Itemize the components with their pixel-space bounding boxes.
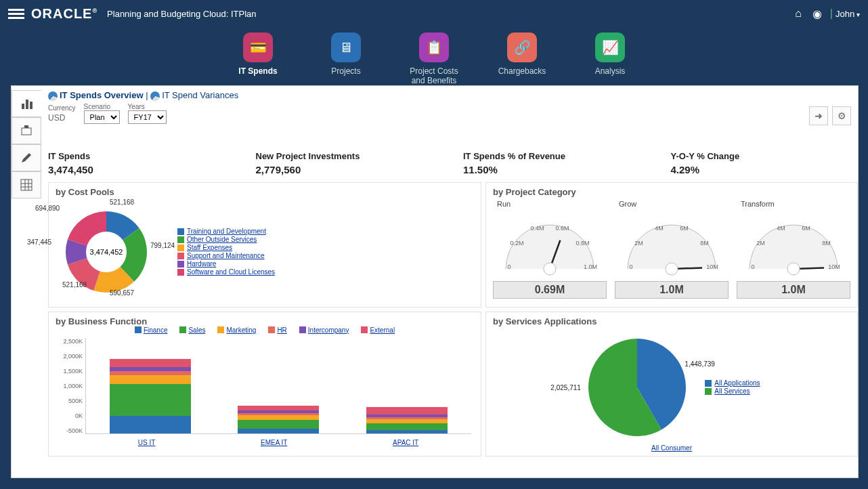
nav-tile[interactable]: 🖥Projects [316, 33, 376, 85]
svg-text:10M: 10M [706, 263, 718, 270]
gauge: Run 00.2M0.4M0.6M0.8M1.0M 0.69M [493, 200, 607, 299]
sidetab-grid[interactable] [12, 171, 41, 198]
scenario-select[interactable]: Plan [84, 110, 120, 124]
currency-value: USD [48, 112, 76, 124]
home-icon[interactable]: ⌂ [795, 7, 802, 20]
kpi: New Project Investments2,779,560 [256, 151, 437, 175]
kpi: Y-O-Y % Change4.29% [671, 151, 852, 175]
kpi: IT Spends % of Revenue11.50% [463, 151, 644, 175]
app-title: Planning and Budgeting Cloud: ITPlan [107, 9, 256, 19]
svg-text:10M: 10M [828, 263, 840, 270]
nav-tile[interactable]: 💳IT Spends [227, 33, 288, 85]
svg-point-34 [787, 263, 800, 275]
accessibility-icon[interactable]: ◉ [812, 7, 822, 20]
user-menu[interactable]: John [836, 9, 860, 19]
pie-chart [583, 333, 691, 442]
svg-text:6M: 6M [680, 224, 689, 231]
svg-text:0: 0 [507, 263, 511, 270]
nav-tile[interactable]: 📈Analysis [580, 33, 641, 85]
breadcrumb: IT Spends Overview | IT Spend Variances [48, 90, 851, 101]
svg-rect-5 [21, 179, 32, 190]
svg-text:0.4M: 0.4M [530, 224, 544, 231]
svg-text:0.2M: 0.2M [510, 239, 523, 246]
svg-text:2M: 2M [634, 239, 643, 246]
crumb-icon [150, 91, 160, 101]
menu-icon[interactable] [8, 7, 24, 21]
all-consumer-link[interactable]: All Consumer [651, 444, 692, 452]
svg-text:2M: 2M [756, 239, 765, 246]
svg-text:6M: 6M [802, 224, 810, 231]
go-button[interactable]: ➜ [809, 106, 828, 125]
settings-button[interactable]: ⚙ [832, 106, 851, 125]
svg-point-26 [666, 263, 678, 275]
svg-text:1.0M: 1.0M [584, 263, 597, 270]
sidetab-dashboard[interactable] [12, 90, 41, 117]
section-cost-pools: by Cost Pools 3,474,452 521,168 799,124 … [48, 182, 481, 307]
nav-tile[interactable]: 🔗Chargebacks [492, 33, 552, 85]
crumb-icon [48, 91, 58, 101]
svg-text:8M: 8M [822, 239, 831, 246]
years-select[interactable]: FY17 [128, 110, 167, 124]
kpi: IT Spends3,474,450 [48, 151, 229, 175]
svg-text:4M: 4M [777, 224, 785, 231]
svg-text:0: 0 [629, 263, 632, 270]
section-services-apps: by Services Applications 1,448,739 2,025… [485, 312, 858, 456]
sidetab-entity[interactable] [12, 117, 41, 144]
svg-rect-2 [30, 102, 32, 109]
svg-text:4M: 4M [655, 224, 664, 231]
svg-rect-0 [22, 104, 24, 109]
svg-text:0.6M: 0.6M [556, 224, 569, 231]
gauge: Transform 02M4M6M8M10M 1.0M [737, 200, 850, 299]
brand-logo: ORACLE® [31, 6, 97, 22]
gauge: Grow 02M4M6M8M10M 1.0M [615, 200, 729, 299]
svg-point-18 [544, 263, 556, 275]
svg-text:0: 0 [751, 263, 754, 270]
svg-text:8M: 8M [700, 239, 709, 246]
nav-tile[interactable]: 📋Project Costs and Benefits [404, 33, 464, 85]
section-business-function: by Business Function FinanceSalesMarketi… [48, 312, 481, 456]
section-project-category: by Project Category Run 00.2M0.4M0.6M0.8… [485, 182, 858, 307]
svg-rect-3 [22, 128, 31, 135]
sidetab-edit[interactable] [12, 144, 41, 171]
svg-rect-1 [26, 100, 28, 109]
svg-rect-4 [24, 125, 28, 128]
svg-text:0.8M: 0.8M [576, 239, 590, 246]
